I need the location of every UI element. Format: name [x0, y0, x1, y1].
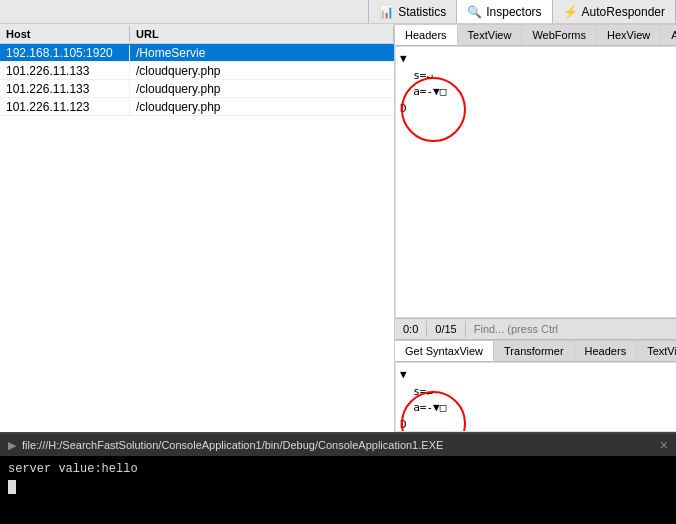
subtab-getsyntaxview[interactable]: Get SyntaxView — [395, 340, 494, 361]
inspectors-label: Inspectors — [486, 5, 541, 19]
statistics-label: Statistics — [398, 5, 446, 19]
subtab-textview[interactable]: TextView — [458, 24, 523, 45]
left-pane: Host URL 192.168.1.105:1920 /HomeServie … — [0, 24, 395, 432]
subtab-auth[interactable]: Au... — [661, 24, 676, 45]
cell-host: 192.168.1.105:1920 — [0, 45, 130, 61]
find-box[interactable] — [466, 319, 676, 339]
console-window: ▶ file:///H:/SearchFastSolution/ConsoleA… — [0, 432, 676, 524]
right-pane-inner: Headers TextView WebForms HexView Au... — [395, 24, 676, 432]
cell-host: 101.226.11.123 — [0, 99, 130, 115]
console-app-icon: ▶ — [8, 439, 16, 452]
right-pane: Headers TextView WebForms HexView Au... — [395, 24, 676, 432]
cell-host: 101.226.11.133 — [0, 63, 130, 79]
url-column-header: URL — [130, 26, 394, 42]
subtab-webforms[interactable]: WebForms — [522, 24, 597, 45]
console-close-button[interactable]: × — [660, 437, 668, 453]
result-count: 0/15 — [427, 321, 465, 337]
tab-inspectors[interactable]: 🔍 Inspectors — [457, 0, 552, 23]
subtab-headers[interactable]: Headers — [395, 24, 458, 45]
cell-url: /cloudquery.php — [130, 81, 394, 97]
autoresponder-label: AutoResponder — [582, 5, 665, 19]
column-headers: Host URL — [0, 24, 394, 44]
sub-tabs-top: Headers TextView WebForms HexView Au... — [395, 24, 676, 46]
cursor-position: 0:0 — [395, 321, 427, 337]
subtab-transformer[interactable]: Transformer — [494, 340, 575, 361]
host-column-header: Host — [0, 26, 130, 42]
cell-url: /cloudquery.php — [130, 63, 394, 79]
console-body: server value:hello — [0, 456, 676, 524]
main-container: 📊 Statistics 🔍 Inspectors ⚡ AutoResponde… — [0, 0, 676, 524]
subtab-bottom-textview[interactable]: TextVie... — [637, 340, 676, 361]
console-line-2 — [8, 478, 668, 496]
table-row[interactable]: 101.226.11.123 /cloudquery.php — [0, 98, 394, 116]
subtab-hexview[interactable]: HexView — [597, 24, 661, 45]
console-title: file:///H:/SearchFastSolution/ConsoleApp… — [22, 439, 654, 451]
text-content-bottom[interactable]: ▼ s=↵ a=-▼□ D — [395, 362, 676, 432]
response-text: ▼ s=↵ a=-▼□ D — [400, 51, 676, 117]
content-area: Host URL 192.168.1.105:1920 /HomeServie … — [0, 24, 676, 432]
console-cursor — [8, 480, 16, 494]
find-input[interactable] — [466, 319, 676, 339]
tab-statistics[interactable]: 📊 Statistics — [369, 0, 457, 23]
cell-host: 101.226.11.133 — [0, 81, 130, 97]
status-bar: 0:0 0/15 — [395, 318, 676, 340]
autoresponder-icon: ⚡ — [563, 5, 578, 19]
cell-url: /cloudquery.php — [130, 99, 394, 115]
table-row[interactable]: 192.168.1.105:1920 /HomeServie — [0, 44, 394, 62]
top-tab-bar: 📊 Statistics 🔍 Inspectors ⚡ AutoResponde… — [0, 0, 676, 24]
console-title-bar: ▶ file:///H:/SearchFastSolution/ConsoleA… — [0, 434, 676, 456]
request-text: ▼ s=↵ a=-▼□ D — [400, 367, 676, 432]
inspectors-icon: 🔍 — [467, 5, 482, 19]
request-list: 192.168.1.105:1920 /HomeServie 101.226.1… — [0, 44, 394, 432]
cell-url: /HomeServie — [130, 45, 394, 61]
subtab-bottom-headers[interactable]: Headers — [575, 340, 638, 361]
sub-tabs-bottom: Get SyntaxView Transformer Headers TextV… — [395, 340, 676, 362]
table-row[interactable]: 101.226.11.133 /cloudquery.php — [0, 80, 394, 98]
text-content-top[interactable]: ▼ s=↵ a=-▼□ D — [395, 46, 676, 318]
tab-autoresponder[interactable]: ⚡ AutoResponder — [553, 0, 676, 23]
console-line-1: server value:hello — [8, 460, 668, 478]
statistics-icon: 📊 — [379, 5, 394, 19]
table-row[interactable]: 101.226.11.133 /cloudquery.php — [0, 62, 394, 80]
